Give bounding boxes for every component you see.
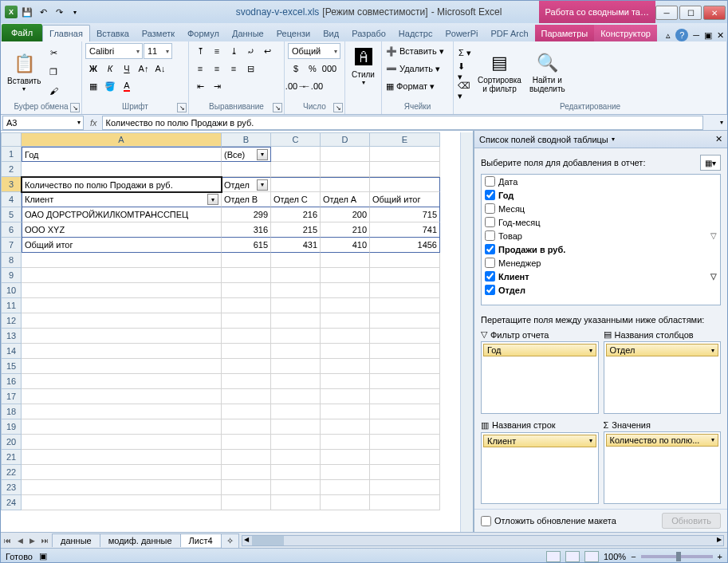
doc-restore-icon[interactable]: ▣ — [704, 30, 712, 41]
cell-C24[interactable] — [271, 495, 321, 510]
indent-dec-icon[interactable]: ⇤ — [192, 78, 208, 94]
cell-C22[interactable] — [271, 465, 321, 480]
cell-C21[interactable] — [271, 450, 321, 465]
fill-icon[interactable]: ⬇ ▾ — [457, 64, 473, 80]
row-header-19[interactable]: 19 — [1, 419, 22, 435]
cell-A21[interactable] — [22, 450, 222, 465]
row-header-24[interactable]: 24 — [1, 495, 22, 510]
cell-C1[interactable] — [271, 147, 321, 162]
cell-D20[interactable] — [321, 435, 370, 450]
cell-B8[interactable] — [222, 253, 271, 268]
expand-formula-icon[interactable]: ▾ — [716, 119, 727, 126]
font-size-combo[interactable]: 11 — [144, 43, 172, 59]
cell-A2[interactable] — [22, 162, 222, 177]
field-checkbox[interactable] — [485, 258, 495, 268]
select-all-corner[interactable] — [1, 132, 22, 147]
view-normal-icon[interactable] — [546, 551, 561, 562]
cell-E10[interactable] — [370, 283, 440, 298]
row-header-8[interactable]: 8 — [1, 253, 22, 268]
row-header-20[interactable]: 20 — [1, 435, 22, 450]
new-sheet-icon[interactable]: ✧ — [221, 533, 239, 548]
cell-D7[interactable]: 410 — [321, 238, 370, 253]
cell-A1[interactable]: Год — [22, 147, 222, 162]
cell-B10[interactable] — [222, 283, 271, 298]
field-checkbox[interactable] — [485, 271, 495, 282]
zoom-out-icon[interactable]: − — [631, 552, 636, 561]
tab-formulas[interactable]: Формул — [181, 25, 226, 41]
cell-D2[interactable] — [321, 162, 370, 177]
autosum-icon[interactable]: Σ ▾ — [457, 45, 473, 61]
field-item-4[interactable]: Товар▽ — [482, 229, 720, 242]
decrease-font-icon[interactable]: A↓ — [152, 61, 168, 77]
cell-E15[interactable] — [370, 359, 440, 374]
cell-B20[interactable] — [222, 435, 271, 450]
delete-cells-button[interactable]: ➖Удалить ▾ — [385, 61, 450, 77]
macro-record-icon[interactable]: ▣ — [39, 551, 47, 561]
undo-icon[interactable]: ↶ — [36, 5, 50, 19]
col-header-D[interactable]: D — [321, 132, 370, 147]
qat-dropdown-icon[interactable]: ▾ — [68, 5, 82, 19]
font-color-icon[interactable]: A — [119, 78, 135, 94]
row-header-14[interactable]: 14 — [1, 344, 22, 359]
fieldpane-dropdown-icon[interactable]: ▾ — [612, 136, 615, 143]
dec-decimal-icon[interactable]: ←.00 — [305, 78, 321, 94]
cell-C13[interactable] — [271, 329, 321, 344]
field-item-1[interactable]: Год — [482, 188, 720, 202]
row-header-11[interactable]: 11 — [1, 298, 22, 313]
fieldpane-layout-icon[interactable]: ▦▾ — [700, 155, 721, 171]
row-header-17[interactable]: 17 — [1, 389, 22, 404]
sheet-nav-next[interactable]: ▶ — [26, 537, 38, 545]
cell-C17[interactable] — [271, 389, 321, 404]
area-rows-item[interactable]: Клиент — [483, 435, 596, 447]
filter-dropdown-icon[interactable]: ▾ — [257, 179, 268, 191]
cell-E7[interactable]: 1456 — [370, 238, 440, 253]
cell-D16[interactable] — [321, 374, 370, 389]
tab-data[interactable]: Данные — [226, 25, 270, 41]
maximize-button[interactable]: ☐ — [679, 6, 702, 20]
cell-D14[interactable] — [321, 344, 370, 359]
tab-home[interactable]: Главная — [42, 25, 90, 41]
row-header-2[interactable]: 2 — [1, 162, 22, 177]
vertical-scrollbar[interactable] — [460, 132, 473, 532]
cell-A8[interactable] — [22, 253, 222, 268]
cell-B15[interactable] — [222, 359, 271, 374]
comma-icon[interactable]: 000 — [321, 61, 337, 77]
cell-A17[interactable] — [22, 389, 222, 404]
cell-B2[interactable] — [222, 162, 271, 177]
cell-E21[interactable] — [370, 450, 440, 465]
sheet-nav-last[interactable]: ⏭ — [38, 537, 52, 545]
align-right-icon[interactable]: ≡ — [226, 61, 242, 77]
cell-E12[interactable] — [370, 313, 440, 329]
name-box[interactable]: A3 — [2, 116, 84, 130]
row-header-13[interactable]: 13 — [1, 329, 22, 344]
format-cells-button[interactable]: ▦Формат ▾ — [385, 78, 450, 94]
cell-D18[interactable] — [321, 404, 370, 419]
row-header-3[interactable]: 3 — [1, 177, 22, 192]
redo-icon[interactable]: ↷ — [52, 5, 66, 19]
cell-E1[interactable] — [370, 147, 440, 162]
cell-D11[interactable] — [321, 298, 370, 313]
cut-icon[interactable]: ✂ — [45, 45, 61, 61]
row-header-4[interactable]: 4 — [1, 192, 22, 207]
save-icon[interactable]: 💾 — [20, 5, 34, 19]
cell-C16[interactable] — [271, 374, 321, 389]
cell-B22[interactable] — [222, 465, 271, 480]
cell-B1[interactable]: (Все)▾ — [222, 147, 271, 162]
filter-dropdown-icon[interactable]: ▾ — [257, 149, 268, 160]
field-item-6[interactable]: Менеджер — [482, 256, 720, 270]
cell-C7[interactable]: 431 — [271, 238, 321, 253]
cell-E13[interactable] — [370, 329, 440, 344]
cell-D6[interactable]: 210 — [321, 222, 370, 238]
area-values-item[interactable]: Количество по полю... — [606, 434, 719, 447]
tab-review[interactable]: Рецензи — [270, 25, 317, 41]
fill-color-icon[interactable]: 🪣 — [102, 78, 118, 94]
row-header-16[interactable]: 16 — [1, 374, 22, 389]
insert-cells-button[interactable]: ➕Вставить ▾ — [385, 43, 450, 59]
cell-C20[interactable] — [271, 435, 321, 450]
zoom-in-icon[interactable]: + — [718, 552, 722, 561]
doc-close-icon[interactable]: ✕ — [717, 30, 724, 41]
cell-B3[interactable]: Отдел▾ — [222, 177, 271, 192]
tab-pdfarch[interactable]: PDF Arch — [484, 25, 534, 41]
cell-B14[interactable] — [222, 344, 271, 359]
cell-B13[interactable] — [222, 329, 271, 344]
